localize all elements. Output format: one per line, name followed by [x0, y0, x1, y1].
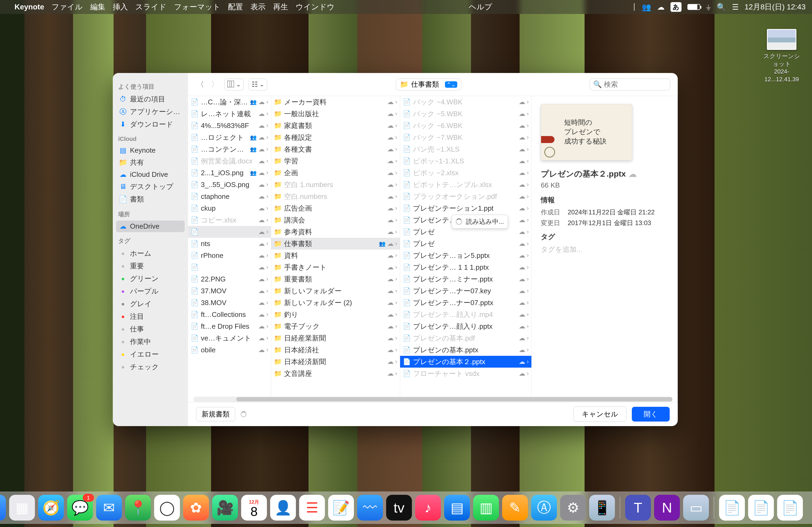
file-row[interactable]: 📁新しいフォルダー☁› [271, 285, 400, 297]
file-row[interactable]: 📄ft…e Drop Files☁› [188, 320, 271, 332]
dock-recent-2[interactable]: 📄 [748, 495, 774, 521]
file-row[interactable]: 📁仕事書類👥☁› [271, 238, 400, 250]
menu-view[interactable]: 表示 [250, 2, 265, 12]
dock-settings[interactable]: ⚙ [560, 495, 586, 521]
file-row[interactable]: 📄プレゼ☁› [400, 238, 532, 250]
menu-format[interactable]: フォーマット [174, 2, 220, 12]
menu-help[interactable]: ヘルプ [469, 2, 492, 12]
file-row[interactable]: 📄nts☁› [188, 238, 271, 250]
dock-keynote[interactable]: ▤ [444, 495, 470, 521]
file-row[interactable]: 📁一般出版社☁› [271, 108, 400, 120]
file-row[interactable]: 📄バック ~4.WBK☁› [400, 96, 532, 108]
dock-numbers[interactable]: ▥ [473, 495, 499, 521]
dock-freeform[interactable]: 〰 [357, 495, 383, 521]
file-row[interactable]: 📁釣り☁› [271, 308, 400, 320]
file-row[interactable]: 📄2...1_iOS.png👥☁› [188, 167, 271, 179]
status-control-center-icon[interactable]: ☰ [732, 3, 739, 12]
path-control[interactable]: 📁 仕事書類 ⌃⌄ [396, 79, 461, 90]
sidebar-item[interactable]: ●グレイ [116, 298, 185, 310]
dock-iphone-mirror[interactable]: 📱 [589, 495, 615, 521]
file-row[interactable]: 📁手書きノート☁› [271, 261, 400, 273]
menu-insert[interactable]: 挿入 [113, 2, 128, 12]
file-row[interactable]: 📄プレゼンの基本.pptx☁› [400, 344, 532, 356]
status-weather-icon[interactable]: ☁ [657, 3, 665, 12]
file-row[interactable]: 📄22.PNG☁› [188, 273, 271, 285]
file-row[interactable]: 📄ckup☁› [188, 202, 271, 214]
file-row[interactable]: 📄ブラックオークション.pdf☁› [400, 191, 532, 202]
column-1[interactable]: 📁メーカー資料☁›📁一般出版社☁›📁家庭書類☁›📁各種設定☁›📁各種文書☁›📁学… [271, 96, 400, 402]
menu-slide[interactable]: スライド [135, 2, 166, 12]
file-row[interactable]: 📄ve…キュメント☁› [188, 332, 271, 344]
file-row[interactable]: 📄rPhone☁› [188, 250, 271, 261]
file-row[interactable]: 📄コピー.xlsx☁› [188, 214, 271, 226]
file-row[interactable]: 📄レ…ネット連載☁› [188, 108, 271, 120]
file-row[interactable]: 📄ft…Collections☁› [188, 308, 271, 320]
file-row[interactable]: 📄☁› [188, 261, 271, 273]
new-document-button[interactable]: 新規書類 [196, 407, 235, 421]
dock-launchpad[interactable]: ▦ [9, 495, 35, 521]
file-row[interactable]: 📄プレゼンテ…ミナー.pptx☁› [400, 273, 532, 285]
search-field[interactable]: 🔍 [590, 79, 670, 90]
cancel-button[interactable]: キャンセル [574, 407, 626, 422]
file-row[interactable]: 📁参考資料☁› [271, 226, 400, 238]
file-row[interactable]: 📁重要書類☁› [271, 273, 400, 285]
dock-calendar[interactable]: 12月 8 [241, 495, 267, 521]
status-mic-icon[interactable]: ⏐ [632, 3, 636, 12]
file-row[interactable]: 📄プレゼンテ…顔入り.pptx☁› [400, 320, 532, 332]
app-name[interactable]: Keynote [14, 3, 44, 11]
file-row[interactable]: 📁日経産業新聞☁› [271, 332, 400, 344]
status-battery-icon[interactable] [687, 4, 700, 10]
file-row[interactable]: 📁講演会☁› [271, 214, 400, 226]
file-row[interactable]: 📄プレゼンの基本.pdf☁› [400, 332, 532, 344]
dock-notes[interactable]: 📝 [328, 495, 354, 521]
dock-contacts[interactable]: 👤 [270, 495, 296, 521]
file-row[interactable]: 📄バック ~5.WBK☁› [400, 108, 532, 120]
dock-appstore[interactable]: Ⓐ [531, 495, 557, 521]
dock-trash[interactable]: 🗑 [806, 495, 812, 521]
file-row[interactable]: 📁各種設定☁› [271, 132, 400, 143]
file-row[interactable]: 📁各種文書☁› [271, 143, 400, 155]
file-row[interactable]: 📄プレゼンテ…ョン5.pptx☁› [400, 250, 532, 261]
status-spotlight-icon[interactable]: 🔍 [717, 3, 726, 12]
column-2[interactable]: 📄バック ~4.WBK☁›📄バック ~5.WBK☁›📄バック ~6.WBK☁›📄… [400, 96, 532, 402]
file-row[interactable]: 📄…コンテンツP👥☁› [188, 143, 271, 155]
file-row[interactable]: 📄プレゼンテ… 1 1 1.pptx☁› [400, 261, 532, 273]
dock-photos[interactable]: ✿ [183, 495, 209, 521]
file-row[interactable]: 📄obile☁› [188, 344, 271, 356]
file-row[interactable]: 📁空白.numbers☁› [271, 191, 400, 202]
file-row[interactable]: 📁日本経済新聞☁› [271, 356, 400, 367]
dock-chrome[interactable]: ◯ [154, 495, 180, 521]
file-row[interactable]: 📄ctaphone☁› [188, 191, 271, 202]
file-row[interactable]: 📁広告企画☁› [271, 202, 400, 214]
sidebar-item[interactable]: ●注目 [116, 310, 185, 323]
file-row[interactable]: 📄…ロジェクト👥☁› [188, 132, 271, 143]
dock-teams[interactable]: T [625, 495, 651, 521]
column-0[interactable]: 📄…C…論・深堀り👥☁›📄レ…ネット連載☁›📄4%...5%83%8F☁›📄…ロ… [188, 96, 271, 402]
search-input[interactable] [604, 80, 667, 89]
sidebar-item[interactable]: ●重要 [116, 260, 185, 272]
file-row[interactable]: 📄プレゼンテ…ナー07.key☁› [400, 285, 532, 297]
desktop-screenshot-icon[interactable]: スクリーンショット 2024-12...12.41.39 [762, 29, 802, 83]
sidebar-item[interactable]: 🖥デスクトップ [116, 180, 185, 193]
file-row[interactable]: 📁企画☁› [271, 167, 400, 179]
sidebar-item[interactable]: ⬇ダウンロード [116, 118, 185, 131]
file-row[interactable]: 📁メーカー資料☁› [271, 96, 400, 108]
file-row[interactable]: 📄プレゼンテ…ナー07.pptx☁› [400, 297, 532, 308]
menu-play[interactable]: 再生 [273, 2, 288, 12]
view-mode-button[interactable]: ⿲ ⌄ [224, 79, 244, 90]
dock-facetime[interactable]: 🎥 [212, 495, 238, 521]
nav-back-button[interactable]: 〈 [195, 79, 205, 90]
dock-screenshot[interactable]: ▭ [683, 495, 709, 521]
dock-pages[interactable]: ✎ [502, 495, 528, 521]
file-row[interactable]: 📄パン売 ~1.XLS☁› [400, 143, 532, 155]
file-row[interactable]: 📄3_..55_iOS.png☁› [188, 179, 271, 191]
file-row[interactable]: 📄☁› [188, 226, 271, 238]
menu-edit[interactable]: 編集 [90, 2, 105, 12]
sidebar-item[interactable]: ⏱最近の項目 [116, 93, 185, 105]
file-row[interactable]: 📁電子ブック☁› [271, 320, 400, 332]
menu-window[interactable]: ウインドウ [296, 2, 335, 12]
dock-mail[interactable]: ✉ [96, 495, 122, 521]
dock-maps[interactable]: 📍 [125, 495, 151, 521]
status-wifi-icon[interactable]: ⏚ [706, 3, 711, 11]
status-ime[interactable]: あ [670, 2, 682, 12]
